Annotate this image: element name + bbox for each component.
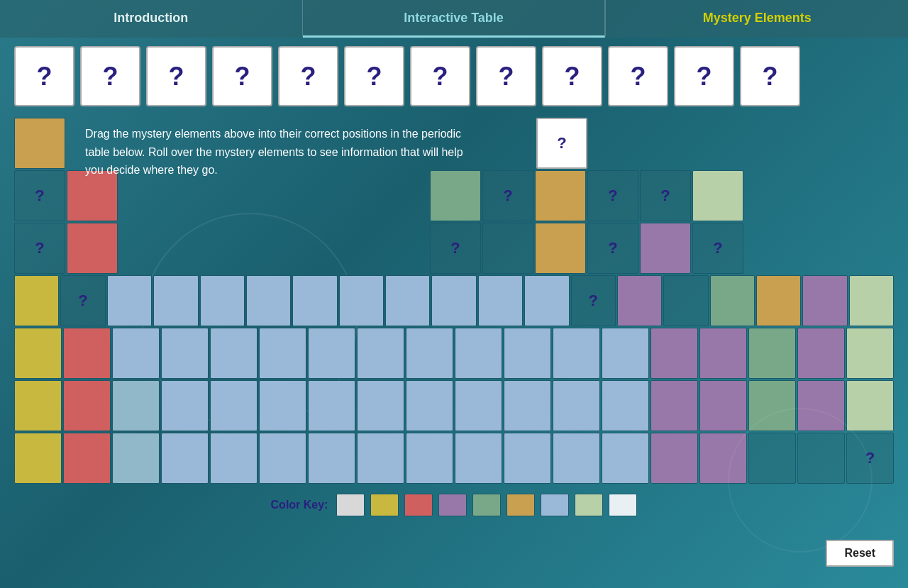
cell-r7-t7 — [455, 433, 502, 484]
cell-r5-t5 — [308, 328, 355, 379]
cell-r2-lg — [692, 170, 743, 221]
cell-r4-t1 — [107, 275, 152, 326]
mystery-card-4[interactable]: ? — [212, 46, 272, 106]
cell-r3-q3[interactable]: ? — [692, 223, 743, 274]
cell-r3-q1[interactable]: ? — [430, 223, 481, 274]
cell-r6-t2 — [210, 380, 258, 431]
cell-r4-t3 — [200, 275, 245, 326]
cell-r3-2 — [67, 223, 118, 274]
cell-r5-p1 — [650, 328, 698, 379]
cell-r6-t4 — [308, 380, 355, 431]
mystery-card-2[interactable]: ? — [80, 46, 140, 106]
cell-r4-q2[interactable]: ? — [571, 275, 616, 326]
key-swatch-tan — [506, 494, 535, 516]
cell-r6-t10 — [602, 380, 649, 431]
cell-r2-1[interactable]: ? — [14, 170, 65, 221]
cell-r5-t3 — [210, 328, 258, 379]
cell-r5-t11 — [602, 328, 649, 379]
cell-r6-lb — [112, 380, 160, 431]
cell-r4-t7 — [385, 275, 430, 326]
key-swatch-salmon — [404, 494, 433, 516]
cell-r4-t8 — [431, 275, 476, 326]
cell-r3-e1 — [482, 223, 533, 274]
mystery-card-1[interactable]: ? — [14, 46, 74, 106]
mystery-card-5[interactable]: ? — [278, 46, 338, 106]
cell-r4-e2 — [663, 275, 708, 326]
cell-r7-t10 — [602, 433, 649, 484]
cell-r4-q1[interactable]: ? — [60, 275, 105, 326]
cell-r6-t5 — [357, 380, 404, 431]
cell-r7-t5 — [357, 433, 404, 484]
cell-r5-t7 — [406, 328, 453, 379]
cell-r6-p3 — [797, 380, 845, 431]
cell-r3-1[interactable]: ? — [14, 223, 65, 274]
description-box: Drag the mystery elements above into the… — [78, 118, 489, 187]
cell-r7-t3 — [259, 433, 306, 484]
cell-r5-t8 — [455, 328, 502, 379]
cell-r4-lg — [849, 275, 894, 326]
key-swatch-light-green — [575, 494, 603, 516]
key-swatch-blue — [541, 494, 569, 516]
cell-r5-t2 — [161, 328, 209, 379]
cell-r5-p2 — [699, 328, 747, 379]
cell-r5-gr — [748, 328, 796, 379]
key-swatch-gray — [336, 494, 365, 516]
cell-r7-lb — [112, 433, 160, 484]
cell-r2-q2[interactable]: ? — [587, 170, 638, 221]
cell-r2-q3[interactable]: ? — [640, 170, 691, 221]
tab-mystery-elements[interactable]: Mystery Elements — [605, 0, 908, 38]
key-swatch-light-gray — [609, 494, 637, 516]
mystery-card-7[interactable]: ? — [410, 46, 470, 106]
tab-interactive-table[interactable]: Interactive Table — [303, 0, 606, 38]
cell-r2-tan — [535, 170, 586, 221]
tab-introduction[interactable]: Introduction — [0, 0, 303, 38]
cell-r4-1 — [14, 275, 59, 326]
mystery-card-8[interactable]: ? — [476, 46, 536, 106]
mystery-card-10[interactable]: ? — [608, 46, 668, 106]
cell-r6-t6 — [406, 380, 453, 431]
periodic-table-area: Drag the mystery elements above into the… — [14, 118, 894, 484]
cell-r7-t8 — [504, 433, 551, 484]
cell-r7-e1 — [748, 433, 796, 484]
mystery-card-12[interactable]: ? — [740, 46, 800, 106]
cell-r7-q1[interactable]: ? — [846, 433, 894, 484]
cell-r4-t4 — [246, 275, 291, 326]
cell-r3-pur — [640, 223, 691, 274]
cell-r4-tan — [756, 275, 801, 326]
cell-r7-1 — [14, 433, 62, 484]
cell-r4-t9 — [478, 275, 523, 326]
mystery-card-11[interactable]: ? — [674, 46, 734, 106]
cell-r6-t8 — [504, 380, 551, 431]
cell-r4-gr — [710, 275, 755, 326]
mystery-card-6[interactable]: ? — [344, 46, 404, 106]
cell-r4-t10 — [524, 275, 569, 326]
cell-r6-p2 — [699, 380, 747, 431]
cell-r3-tan — [535, 223, 586, 274]
cell-r6-t7 — [455, 380, 502, 431]
cell-r6-lg — [846, 380, 894, 431]
mystery-card-9[interactable]: ? — [542, 46, 602, 106]
cell-r5-t9 — [504, 328, 551, 379]
cell-r4-t5 — [292, 275, 337, 326]
cell-r6-p1 — [650, 380, 698, 431]
cell-r6-2 — [63, 380, 111, 431]
mystery-cards-row: ? ? ? ? ? ? ? ? ? ? ? ? — [14, 46, 894, 106]
cell-r7-p1 — [650, 433, 698, 484]
cell-r5-t4 — [259, 328, 306, 379]
reset-button[interactable]: Reset — [826, 540, 894, 567]
cell-h[interactable] — [14, 118, 65, 169]
cell-r6-t3 — [259, 380, 306, 431]
cell-r7-t2 — [210, 433, 258, 484]
cell-r1-right[interactable]: ? — [536, 118, 587, 169]
cell-r7-t1 — [161, 433, 209, 484]
key-swatch-yellow — [370, 494, 399, 516]
cell-r7-e2 — [797, 433, 845, 484]
color-key-area: Color Key: — [14, 494, 894, 516]
cell-r6-t9 — [553, 380, 600, 431]
cell-r4-t6 — [339, 275, 384, 326]
mystery-card-3[interactable]: ? — [146, 46, 206, 106]
cell-r2-q1[interactable]: ? — [482, 170, 533, 221]
cell-r5-t10 — [553, 328, 600, 379]
cell-r3-q2[interactable]: ? — [587, 223, 638, 274]
cell-r7-t6 — [406, 433, 453, 484]
